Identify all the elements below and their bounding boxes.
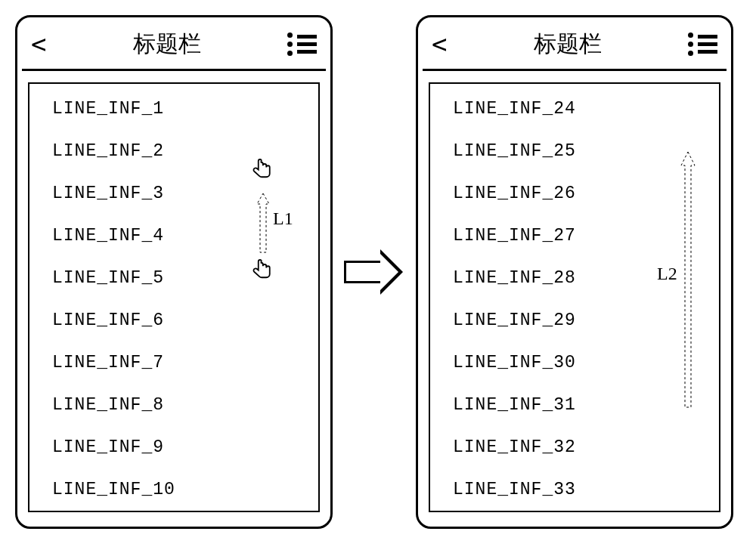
menu-list-icon[interactable]	[688, 32, 717, 56]
pointer-hand-icon	[249, 256, 276, 286]
list-box[interactable]: LINE_INF_24 LINE_INF_25 LINE_INF_26 LINE…	[429, 82, 720, 512]
menu-list-icon[interactable]	[287, 32, 317, 56]
svg-marker-1	[681, 152, 695, 407]
list-item: LINE_INF_6	[52, 311, 311, 330]
list-box[interactable]: LINE_INF_1 LINE_INF_2 LINE_INF_3 LINE_IN…	[28, 82, 320, 512]
list-item: LINE_INF_26	[453, 184, 711, 203]
transition-arrow-icon	[344, 249, 404, 295]
content-area: LINE_INF_1 LINE_INF_2 LINE_INF_3 LINE_IN…	[22, 71, 326, 518]
list-item: LINE_INF_29	[453, 311, 711, 330]
list-item: LINE_INF_7	[52, 353, 311, 372]
list-item: LINE_INF_30	[453, 353, 711, 372]
list-item: LINE_INF_1	[52, 99, 311, 119]
header-bar: < 标题栏	[423, 22, 727, 71]
list-item: LINE_INF_32	[453, 437, 711, 457]
menu-dots	[688, 32, 693, 56]
gesture-label-l2: L2	[657, 264, 677, 284]
list-item: LINE_INF_8	[52, 395, 311, 415]
list-item: LINE_INF_31	[453, 395, 711, 415]
pointer-hand-icon	[249, 156, 276, 186]
list-item: LINE_INF_10	[52, 480, 311, 499]
menu-lines	[698, 35, 717, 54]
back-button[interactable]: <	[432, 31, 447, 57]
list-item: LINE_INF_3	[52, 184, 311, 203]
scroll-arrow-long-icon	[680, 152, 696, 409]
phone-right: < 标题栏 LINE_INF_24 LINE_INF_25 LINE_INF_2…	[416, 15, 733, 529]
scroll-arrow-short-icon	[256, 193, 271, 254]
list-item: LINE_INF_33	[453, 480, 711, 499]
list-item: LINE_INF_9	[52, 437, 311, 457]
page-title: 标题栏	[447, 29, 688, 60]
content-area: LINE_INF_24 LINE_INF_25 LINE_INF_26 LINE…	[423, 71, 727, 518]
list-item: LINE_INF_27	[453, 226, 711, 246]
menu-lines	[297, 35, 317, 54]
header-bar: < 标题栏	[22, 22, 326, 71]
svg-marker-0	[257, 193, 269, 252]
list-item: LINE_INF_24	[453, 99, 711, 119]
phone-left: < 标题栏 LINE_INF_1 LINE_INF_2 LINE_INF_3 L…	[15, 15, 333, 529]
list-item: LINE_INF_25	[453, 141, 711, 161]
gesture-label-l1: L1	[273, 209, 293, 229]
list-item: LINE_INF_4	[52, 226, 311, 246]
page-title: 标题栏	[46, 29, 287, 60]
menu-dots	[287, 32, 293, 56]
back-button[interactable]: <	[31, 31, 46, 57]
